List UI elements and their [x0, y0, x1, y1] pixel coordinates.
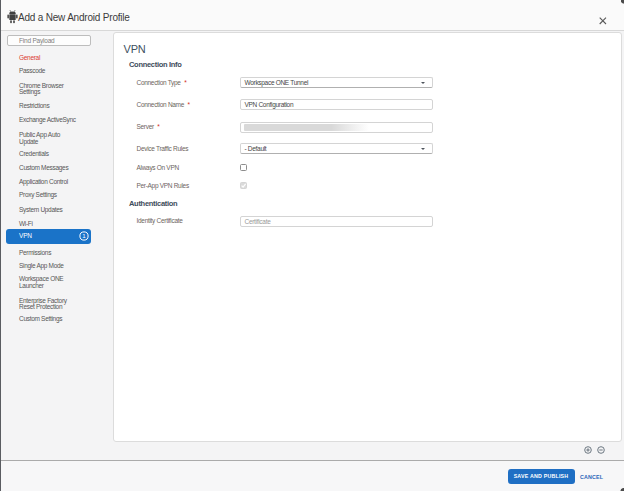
svg-text:1: 1 — [82, 233, 86, 240]
